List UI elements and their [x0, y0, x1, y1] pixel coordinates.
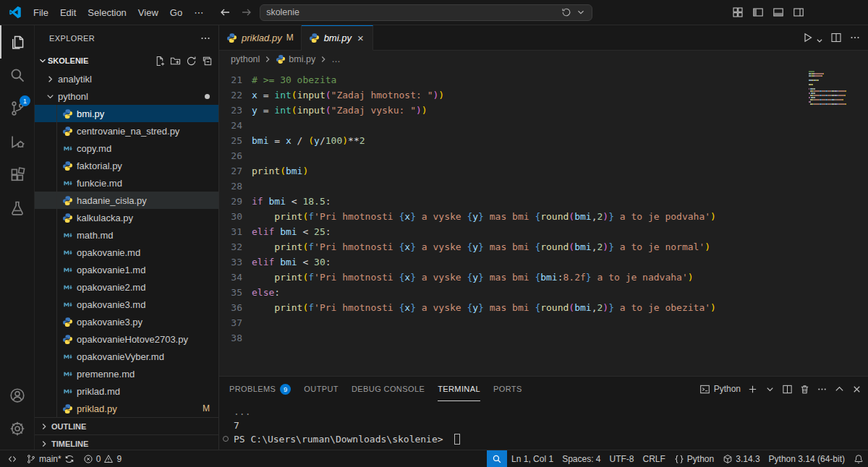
toggle-panel-icon[interactable] [773, 7, 784, 18]
editor-code-area[interactable]: 21# >= 30 obezita22x = int(input("Zadaj … [219, 68, 868, 376]
status-eol[interactable]: CRLF [639, 450, 670, 467]
kill-terminal-icon[interactable] [799, 384, 810, 395]
breadcrumb-item-[interactable]: … [331, 54, 341, 64]
status-label: Python [687, 454, 714, 464]
tree-item-analytikl[interactable]: analytikl [35, 70, 218, 87]
breadcrumb: pythonlbmi.py… [219, 51, 868, 68]
code-token: bmi [280, 257, 297, 267]
code-line: 35else: [219, 285, 868, 300]
panel-tab-problems[interactable]: PROBLEMS9 [229, 377, 291, 401]
panel-tab-terminal[interactable]: TERMINAL [438, 377, 480, 401]
tree-item-funkcie-md[interactable]: funkcie.md [35, 174, 218, 192]
tree-item-bmi-py[interactable]: bmi.py [35, 105, 218, 122]
activity-extensions[interactable] [0, 158, 34, 192]
status-notifications[interactable] [849, 450, 868, 467]
status-branch[interactable]: main* [22, 450, 79, 467]
terminal-output[interactable]: ...7PS C:\Users\ruman\Downloads\skolenie… [219, 401, 868, 450]
tree-item-faktorial-py[interactable]: faktorial.py [35, 157, 218, 174]
panel-tab-output[interactable]: OUTPUT [304, 377, 339, 401]
maximize-panel-icon[interactable] [834, 384, 845, 395]
code-token: } [410, 211, 416, 222]
run-python-file-icon[interactable] [802, 32, 814, 43]
tree-item-premenne-md[interactable]: premenne.md [35, 365, 218, 382]
status-zoom-indicator[interactable] [487, 450, 507, 467]
breadcrumb-item-bmi-py[interactable]: bmi.py [289, 54, 315, 64]
editor-tab-bmi-py[interactable]: bmi.py× [302, 25, 373, 51]
search-history-icon[interactable] [561, 7, 571, 17]
run-dropdown-chevron-icon[interactable] [821, 31, 823, 44]
tree-item-hadanie-cisla-py[interactable]: hadanie_cisla.py [35, 192, 218, 209]
status-indentation[interactable]: Spaces: 4 [558, 450, 605, 467]
menu-selection[interactable]: Selection [82, 5, 132, 20]
menu-view[interactable]: View [132, 5, 164, 20]
tree-item-priklad-md[interactable]: priklad.md [35, 382, 218, 400]
panel-tab-debug-console[interactable]: DEBUG CONSOLE [352, 377, 425, 401]
menu-file[interactable]: File [27, 5, 54, 20]
forward-arrow-icon[interactable] [238, 7, 255, 18]
section-outline[interactable]: OUTLINE [35, 417, 218, 434]
tree-item-opakovanie-md[interactable]: opakovanie.md [35, 244, 218, 261]
tree-item-opakovanie3-md[interactable]: opakovanie3.md [35, 296, 218, 313]
customize-layout-icon[interactable] [732, 7, 744, 18]
activity-search[interactable] [0, 59, 34, 92]
status-tool-version[interactable]: 3.14.3 [718, 450, 764, 467]
activity-settings[interactable] [0, 412, 34, 445]
tree-item-opakovanie2-md[interactable]: opakovanie2.md [35, 278, 218, 296]
extensions-icon [9, 167, 25, 183]
chevron-down-icon[interactable] [576, 7, 586, 17]
tree-item-opakovanie1-md[interactable]: opakovanie1.md [35, 261, 218, 278]
more-actions-icon[interactable] [817, 384, 827, 395]
status-cursor-position[interactable]: Ln 1, Col 1 [507, 450, 558, 467]
editor-tab-priklad-py[interactable]: priklad.pyM [219, 25, 302, 50]
minimap-line [809, 84, 862, 85]
new-folder-icon[interactable] [170, 56, 181, 67]
new-file-icon[interactable] [154, 56, 165, 67]
activity-testing[interactable] [0, 192, 34, 225]
code-token [252, 211, 274, 222]
toggle-sidebar-right-icon[interactable] [793, 7, 804, 18]
back-arrow-icon[interactable] [216, 7, 234, 18]
tree-item-opakovaniehotove2703-py[interactable]: opakovanieHotove2703.py [35, 330, 218, 348]
tree-item-kalkulacka-py[interactable]: kalkulacka.py [35, 209, 218, 226]
more-actions-icon[interactable] [849, 32, 861, 43]
activity-explorer[interactable] [0, 25, 34, 59]
close-icon[interactable]: × [356, 32, 365, 44]
split-editor-icon[interactable] [830, 32, 842, 43]
more-actions-icon[interactable] [200, 33, 211, 44]
menu-go[interactable]: Go [164, 5, 188, 20]
menu-edit[interactable]: Edit [54, 5, 82, 20]
breadcrumb-item-pythonl[interactable]: pythonl [231, 54, 260, 64]
tree-item-priklad-py[interactable]: priklad.pyM [35, 400, 218, 417]
split-terminal-icon[interactable] [782, 384, 793, 395]
tree-item-opakovanievyber-md[interactable]: opakovanieVyber.md [35, 348, 218, 365]
activity-accounts[interactable] [0, 379, 34, 412]
section-timeline[interactable]: TIMELINE [35, 434, 218, 450]
status-encoding[interactable]: UTF-8 [605, 450, 639, 467]
minimap[interactable] [809, 71, 862, 110]
collapse-all-icon[interactable] [202, 56, 213, 67]
tree-item-opakovanie3-py[interactable]: opakovanie3.py [35, 313, 218, 330]
explorer-section-header[interactable]: SKOLENIE [35, 51, 218, 70]
launch-profile-chevron-icon[interactable] [765, 384, 775, 395]
status-remote[interactable] [3, 450, 22, 467]
activity-source-control[interactable]: 1 [0, 92, 34, 125]
refresh-icon[interactable] [186, 56, 197, 67]
terminal-profile[interactable]: Python [699, 384, 741, 395]
command-center-search[interactable]: skolenie [260, 4, 592, 21]
tree-item-math-md[interactable]: math.md [35, 226, 218, 244]
status-problems[interactable]: 09 [79, 450, 126, 467]
tree-item-centrovanie-na-stred-py[interactable]: centrovanie_na_stred.py [35, 122, 218, 140]
status-python-interpreter[interactable]: Python 3.14 (64-bit) [765, 450, 849, 467]
tree-item-pythonl[interactable]: pythonl [35, 87, 218, 105]
tree-item-copy-md[interactable]: copy.md [35, 140, 218, 157]
toggle-sidebar-left-icon[interactable] [752, 7, 764, 18]
panel-tab-ports[interactable]: PORTS [493, 377, 522, 401]
code-line: 30 print(f'Pri hmotnosti {x} a vyske {y}… [219, 209, 868, 224]
status-language-mode[interactable]: Python [670, 450, 718, 467]
menu-more[interactable]: ⋯ [188, 5, 209, 20]
activity-run-debug[interactable] [0, 125, 34, 158]
search-value: skolenie [266, 7, 299, 17]
new-terminal-icon[interactable] [747, 384, 758, 395]
close-panel-icon[interactable] [851, 384, 862, 395]
minimap-token [810, 101, 811, 103]
